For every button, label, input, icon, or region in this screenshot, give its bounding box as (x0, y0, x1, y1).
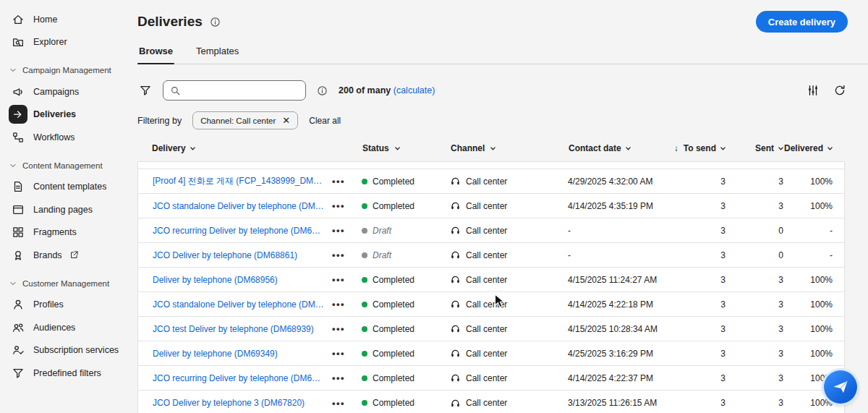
more-actions-button[interactable]: ••• (329, 299, 348, 310)
contact-date-cell: 4/15/2025 11:24:27 AM (559, 275, 668, 285)
table-row: [Proof 4] 전화로 게재 (FCP_1438999_DM6953... … (138, 169, 844, 194)
more-actions-button[interactable]: ••• (329, 348, 348, 359)
delivery-link[interactable]: JCO standalone Deliver by telephone (DM6… (153, 201, 324, 211)
delivery-link[interactable]: JCO standalone Deliver by telephone (DM6… (153, 299, 324, 310)
assistant-send-button[interactable] (824, 370, 857, 404)
to-send-cell: 3 (668, 250, 726, 260)
delivery-link[interactable]: JCO Deliver by telephone 3 (DM67820) (153, 398, 305, 408)
channel-label: Call center (466, 226, 507, 236)
call-center-icon (450, 348, 461, 359)
column-header-sent[interactable]: Sent (726, 143, 784, 153)
channel-label: Call center (466, 250, 507, 260)
sidebar-section-customer-management[interactable]: Customer Management (6, 274, 123, 293)
status-label: Completed (373, 349, 414, 359)
more-actions-button[interactable]: ••• (329, 372, 348, 383)
page-title: Deliveries (137, 13, 203, 30)
contact-date-cell: 4/15/2025 10:28:34 AM (559, 324, 668, 334)
chevron-down-icon (394, 145, 401, 152)
sidebar-item-subscription-services[interactable]: Subscription services (6, 339, 123, 361)
delivery-link[interactable]: JCO recurring Deliver by telephone (DM68… (153, 226, 324, 236)
column-header-delivered[interactable]: Delivered (784, 143, 845, 153)
status-label: Completed (373, 299, 414, 310)
delivery-link[interactable]: JCO recurring Deliver by telephone (DM68… (153, 373, 324, 383)
fragments-icon (9, 223, 27, 242)
delivery-link[interactable]: Deliver by telephone (DM68956) (153, 275, 278, 285)
contact-date-cell: 3/13/2025 11:26:15 AM (559, 398, 668, 408)
search-box[interactable] (163, 80, 306, 101)
more-actions-button[interactable]: ••• (329, 323, 348, 334)
chevron-down-icon (9, 161, 17, 170)
create-delivery-button[interactable]: Create delivery (756, 11, 848, 33)
contact-date-cell: 4/25/2025 3:16:29 PM (559, 349, 668, 359)
chevron-down-icon (9, 279, 17, 288)
sidebar-section-campaign-management[interactable]: Campaign Management (6, 61, 123, 80)
status-label: Completed (373, 176, 414, 187)
sidebar: HomeExplorerCampaign ManagementCampaigns… (0, 0, 129, 413)
sidebar-item-predefined-filters[interactable]: Predefined filters (6, 362, 123, 384)
more-actions-button[interactable]: ••• (329, 398, 348, 409)
sidebar-item-campaigns[interactable]: Campaigns (6, 81, 123, 103)
calculate-link[interactable]: (calculate) (393, 85, 435, 95)
to-send-cell: 3 (668, 398, 726, 408)
filter-icon[interactable] (137, 82, 153, 98)
table-row: JCO Deliver by telephone 3 (DM67820) •••… (138, 391, 844, 413)
column-settings-icon[interactable] (805, 82, 821, 98)
result-count-text: 200 of many (339, 85, 391, 95)
to-send-cell: 3 (668, 201, 726, 211)
sidebar-nav: HomeExplorerCampaign ManagementCampaigns… (6, 9, 123, 384)
status-dot (362, 179, 367, 184)
column-header-to-send[interactable]: ↓ To send (668, 143, 726, 153)
sent-cell: 3 (726, 398, 783, 408)
contact-date-cell: 4/14/2025 4:22:37 PM (559, 373, 668, 383)
refresh-icon[interactable] (832, 82, 848, 98)
info-icon[interactable] (208, 15, 222, 29)
sidebar-item-landing-pages[interactable]: Landing pages (6, 199, 123, 221)
sent-cell: 3 (726, 201, 783, 211)
status-label: Draft (373, 226, 391, 236)
delivery-link[interactable]: Deliver by telephone (DM69349) (153, 349, 278, 359)
tab-bar: Browse Templates (137, 46, 868, 64)
column-header-channel[interactable]: Channel (442, 143, 560, 153)
more-actions-button[interactable]: ••• (329, 274, 348, 285)
column-header-status[interactable]: Status (354, 143, 442, 153)
delivery-link[interactable]: [Proof 4] 전화로 게재 (FCP_1438999_DM6953... (153, 175, 324, 187)
delivery-link[interactable]: JCO test Deliver by telephone (DM68939) (153, 324, 314, 334)
contact-date-cell: 4/29/2025 4:32:00 AM (559, 176, 668, 187)
search-input[interactable] (186, 85, 299, 96)
column-header-delivery[interactable]: Delivery (137, 143, 325, 153)
more-actions-button[interactable]: ••• (329, 176, 348, 187)
call-center-icon (450, 200, 461, 211)
sidebar-item-brands[interactable]: Brands (6, 244, 123, 266)
sidebar-section-content-management[interactable]: Content Management (6, 156, 123, 175)
close-icon[interactable]: ✕ (282, 116, 290, 125)
status-label: Draft (373, 250, 391, 260)
more-actions-button[interactable]: ••• (329, 225, 348, 236)
sidebar-item-fragments[interactable]: Fragments (6, 221, 123, 243)
sent-cell: 0 (726, 226, 783, 236)
sidebar-item-profiles[interactable]: Profiles (6, 294, 123, 315)
tab-templates[interactable]: Templates (195, 46, 240, 64)
explorer-icon (9, 33, 27, 51)
home-icon (9, 10, 27, 29)
call-center-icon (450, 274, 461, 285)
more-actions-button[interactable]: ••• (329, 250, 348, 260)
filter-chip-channel-call-center[interactable]: Channel: Call center ✕ (192, 111, 298, 129)
sidebar-item-explorer[interactable]: Explorer (6, 31, 123, 53)
info-icon[interactable] (315, 84, 329, 98)
status-dot (362, 302, 367, 307)
status-label: Completed (373, 275, 414, 285)
more-actions-button[interactable]: ••• (329, 200, 348, 211)
column-header-contact-date[interactable]: Contact date (560, 143, 668, 153)
channel-label: Call center (466, 373, 507, 383)
sidebar-item-deliveries[interactable]: Deliveries (6, 103, 123, 125)
tab-browse[interactable]: Browse (137, 46, 174, 64)
send-plane-icon (832, 378, 849, 396)
sidebar-item-workflows[interactable]: Workflows (6, 127, 123, 148)
sidebar-item-home[interactable]: Home (6, 9, 123, 30)
clear-all-button[interactable]: Clear all (309, 116, 341, 126)
delivery-link[interactable]: JCO Deliver by telephone (DM68861) (153, 250, 297, 260)
sidebar-item-content-templates[interactable]: Content templates (6, 176, 123, 197)
status-dot (362, 203, 367, 209)
delivered-cell: 100% (783, 176, 844, 187)
sidebar-item-audiences[interactable]: Audiences (6, 317, 123, 339)
